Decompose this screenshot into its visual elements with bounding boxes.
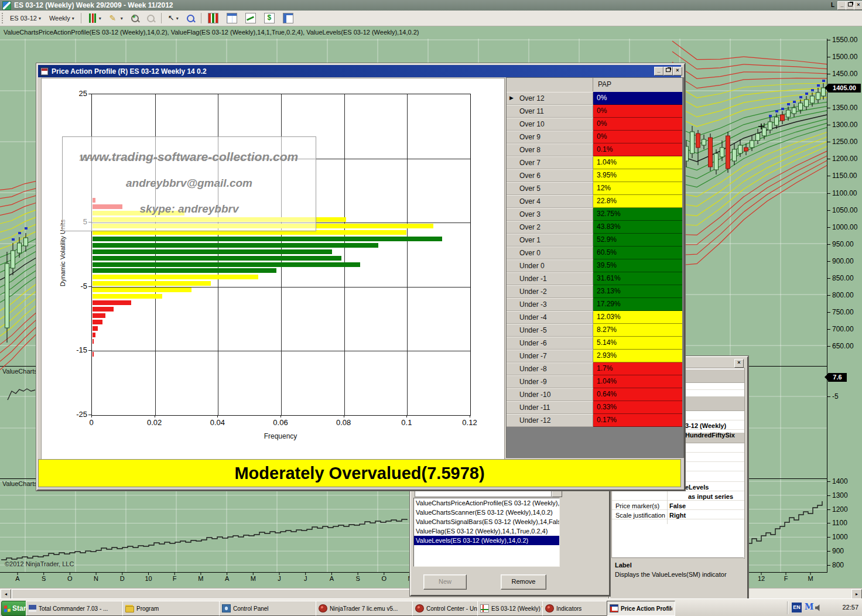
table-row[interactable]: Under -120.17% [507,414,682,427]
instrument-selector[interactable]: ES 03-12▾ [7,13,44,23]
list-item[interactable]: ValueLevels(ES 03-12 (Weekly),14,0.2) [414,536,559,545]
table-row[interactable]: Over 71.04% [507,156,682,169]
row-label: Under -6 [507,337,593,350]
toolbar-grip[interactable] [2,13,5,23]
taskbar-button[interactable]: NinjaTrader 7 lic.emu v5... [316,601,416,616]
table-row[interactable]: Over 63.95% [507,169,682,182]
candlestick-icon [88,13,97,23]
chart-window-icon [2,1,11,10]
axis-tick [827,108,830,108]
table-row[interactable]: Under -412.03% [507,311,682,324]
maximize-icon [666,68,671,72]
price-axis-label: 1400 [832,477,848,485]
taskbar-button[interactable]: Control Center - Untitled1 [412,601,481,616]
row-value: 60.5% [593,247,682,259]
watermark: www.trading-software-collection.com andr… [62,136,316,231]
taskbar-button[interactable]: Program [122,601,223,616]
table-row[interactable]: Over 332.75% [507,208,682,221]
tray-app-icon[interactable]: M [805,602,814,611]
row-label: Over 4 [507,195,593,208]
close-button[interactable]: × [673,67,682,76]
table-row[interactable]: Over 80.1% [507,143,682,156]
chevron-down-icon: ▾ [121,16,123,21]
indicator-button[interactable] [242,11,259,25]
configured-indicators-list[interactable]: ValueChartsPriceActionProfile(ES 03-12 (… [413,498,560,567]
new-button[interactable]: New [423,574,467,590]
list-item[interactable]: ValueChartsPriceActionProfile(ES 03-12 (… [414,498,559,508]
taskbar-button[interactable]: Price Action Profile (R... [607,601,675,616]
table-row[interactable]: Under -65.14% [507,337,682,350]
table-row[interactable]: Over 100% [507,118,682,131]
table-row[interactable]: Under -131.61% [507,272,682,285]
table-row[interactable]: Under -81.7% [507,362,682,375]
clock: 22:57 [834,604,858,611]
zoom-in-button[interactable] [128,13,142,24]
table-row[interactable]: Over 060.5% [507,247,682,259]
market-analyzer-button[interactable] [205,11,221,25]
table-row[interactable]: Under -100.64% [507,388,682,401]
chart-style-button[interactable]: ▾ [85,12,104,25]
taskbar-button[interactable]: Indicators [542,601,611,616]
property-value: HundredFiftySix [685,432,735,439]
help-title: Label [615,562,632,569]
x-tick-label: 0.12 [457,418,483,427]
nt-icon [415,604,424,612]
table-row[interactable]: Over 243.83% [507,221,682,234]
row-value: 0.17% [593,414,682,427]
table-row[interactable]: Over 512% [507,182,682,195]
table-row[interactable]: Under -223.13% [507,285,682,298]
remove-button[interactable]: Remove [501,574,546,590]
zoom-out-button[interactable] [144,13,158,24]
x-tick-label: 0.1 [394,418,419,427]
month-label: A [225,575,229,582]
table-row[interactable]: Over 152.9% [507,234,682,247]
zoom-in-icon [131,15,139,22]
taskbar-button-label: Control Center - Untitled1 [426,605,478,612]
table-row[interactable]: Over 110% [507,105,682,118]
row-value: 0% [593,92,682,105]
properties-button[interactable] [280,11,296,25]
period-selector[interactable]: Weekly▾ [46,13,77,23]
taskbar-button[interactable]: ES 03-12 (Weekly) Wee... [477,601,546,616]
table-row[interactable]: Under -317.29% [507,298,682,311]
table-row[interactable]: Over 90% [507,131,682,143]
toolbar: ES 03-12▾ Weekly▾ ▾ ✎▾ ↖▾ $ [0,11,862,26]
taskbar-button[interactable]: Total Commander 7.03 - ... [26,601,126,616]
close-button[interactable]: × [734,359,744,368]
close-button[interactable]: × [854,1,862,10]
table-row[interactable]: Under -91.04% [507,375,682,388]
table-row[interactable]: Under -72.93% [507,350,682,362]
chart-grid-button[interactable] [224,11,240,25]
row-label: Over 8 [507,143,593,156]
volume-icon[interactable] [815,604,822,611]
valuecharts-marker: 7.6 [828,373,847,382]
list-item[interactable]: ValueChartsScanner(ES 03-12 (Weekly),14,… [414,508,559,517]
list-item[interactable]: ValueFlag(ES 03-12 (Weekly),14,1,True,0.… [414,526,559,536]
histogram-bar [93,275,258,279]
axis-tick [827,57,830,57]
draw-button[interactable]: ✎▾ [107,12,126,25]
axis-tick [827,523,830,523]
pap-titlebar[interactable]: Price Action Profile (R) ES 03-12 Weekly… [38,65,681,77]
language-indicator[interactable]: EN [792,603,802,612]
axis-tick [827,244,830,245]
price-axis-label: 1300.00 [832,121,857,129]
data-box-button[interactable] [184,13,197,24]
row-label: Over 12 [507,92,593,105]
row-value: 23.13% [593,285,682,298]
table-row[interactable]: Under -58.27% [507,324,682,337]
cpanel-icon [222,604,231,612]
chevron-down-icon: ▾ [72,16,74,21]
minimize-button[interactable]: _ [654,67,663,76]
table-row[interactable]: Under 039.5% [507,259,682,272]
taskbar-button[interactable]: Control Panel [219,601,320,616]
account-button[interactable]: $ [261,11,278,25]
axis-tick [827,278,830,279]
table-row[interactable]: Over 12▶0% [507,92,682,105]
cursor-button[interactable]: ↖▾ [165,12,182,25]
table-row[interactable]: Under -110.33% [507,401,682,414]
x-tick-label: 0 [78,418,104,427]
list-item[interactable]: ValueChartsSignalBars(ES 03-12 (Weekly),… [414,517,559,526]
table-row[interactable]: Over 422.8% [507,195,682,208]
maximize-button[interactable] [663,67,673,76]
